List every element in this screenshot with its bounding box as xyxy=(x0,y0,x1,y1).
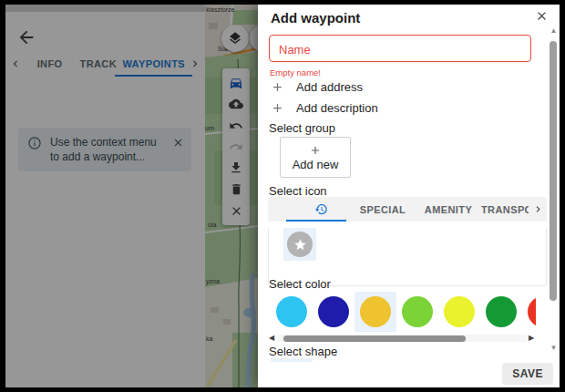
icon-tab-special[interactable]: SPECIAL xyxy=(350,204,416,215)
icon-tabs-more-icon[interactable] xyxy=(529,203,547,215)
scroll-down-icon[interactable]: ▼ xyxy=(549,344,559,352)
color-swatch[interactable] xyxy=(313,292,354,332)
icon-tab-transport-label: TRANSPORT xyxy=(481,204,529,215)
scrollbar-thumb[interactable] xyxy=(283,335,466,342)
scroll-right-icon[interactable]: ▶ xyxy=(529,334,536,343)
icon-tab-transport[interactable]: TRANSPORT xyxy=(481,204,529,215)
plus-icon xyxy=(309,144,322,157)
color-swatch[interactable] xyxy=(480,292,522,332)
active-tab-underline xyxy=(286,220,346,222)
plus-icon xyxy=(271,80,284,94)
star-icon xyxy=(287,232,313,257)
color-dot xyxy=(486,296,517,327)
icon-tab-amenity[interactable]: AMENITY xyxy=(416,204,481,215)
color-swatch[interactable] xyxy=(396,292,438,332)
color-dot xyxy=(528,296,536,327)
app-window: INFO TRACK WAYPOINTS Use the context men… xyxy=(0,0,565,392)
color-swatch[interactable] xyxy=(438,292,480,332)
modal-backdrop[interactable] xyxy=(5,5,258,387)
name-error: Empty name! xyxy=(270,67,321,77)
name-input-label: Name xyxy=(279,43,311,57)
color-dot xyxy=(276,296,307,327)
scrollbar-thumb[interactable] xyxy=(550,41,557,301)
add-address-button[interactable]: Add address xyxy=(271,80,363,94)
history-icon xyxy=(314,202,328,216)
color-picker xyxy=(269,292,536,332)
icon-tab-recent[interactable] xyxy=(292,202,350,216)
scroll-left-icon[interactable]: ◀ xyxy=(269,334,276,343)
add-new-group-label: Add new xyxy=(293,158,339,171)
color-swatch[interactable] xyxy=(522,292,536,332)
dialog-title: Add waypoint xyxy=(271,10,360,26)
select-color-label: Select color xyxy=(269,277,331,291)
scrollbar-track[interactable] xyxy=(278,335,527,342)
color-swatch[interactable] xyxy=(271,292,313,332)
color-dot xyxy=(318,296,349,327)
select-shape-label: Select shape xyxy=(269,345,337,358)
plus-icon xyxy=(271,101,284,115)
close-icon xyxy=(535,9,549,23)
icon-picker: SPECIAL AMENITY TRANSPORT xyxy=(268,197,547,286)
color-dot xyxy=(360,296,391,327)
icon-tab-special-label: SPECIAL xyxy=(360,204,406,215)
dialog-body: Name Empty name! Add address Add descrip… xyxy=(258,29,548,363)
name-input[interactable]: Name xyxy=(269,35,531,62)
dialog-footer: SAVE xyxy=(258,362,560,387)
color-swatch-selected[interactable] xyxy=(354,292,396,332)
waypoint-icon-star[interactable] xyxy=(283,228,316,261)
icon-category-tabs: SPECIAL AMENITY TRANSPORT xyxy=(268,197,547,222)
color-dot xyxy=(402,296,433,327)
scroll-up-icon[interactable]: ▲ xyxy=(549,26,559,35)
color-dot xyxy=(444,296,475,327)
save-button[interactable]: SAVE xyxy=(502,363,553,385)
dialog-scrollbar: ▲ ▼ xyxy=(549,25,559,358)
add-address-label: Add address xyxy=(296,80,363,94)
add-waypoint-dialog: Add waypoint Name Empty name! Add addres… xyxy=(258,5,560,387)
add-description-button[interactable]: Add description xyxy=(271,101,378,115)
add-group-button[interactable]: Add new xyxy=(280,137,351,178)
app-viewport: INFO TRACK WAYPOINTS Use the context men… xyxy=(5,5,560,387)
color-scrollbar: ◀ ▶ xyxy=(269,334,536,343)
icon-tab-amenity-label: AMENITY xyxy=(425,204,472,215)
dialog-close-button[interactable] xyxy=(533,9,550,26)
select-icon-label: Select icon xyxy=(269,184,327,198)
add-description-label: Add description xyxy=(296,101,378,115)
select-group-label: Select group xyxy=(269,121,335,135)
